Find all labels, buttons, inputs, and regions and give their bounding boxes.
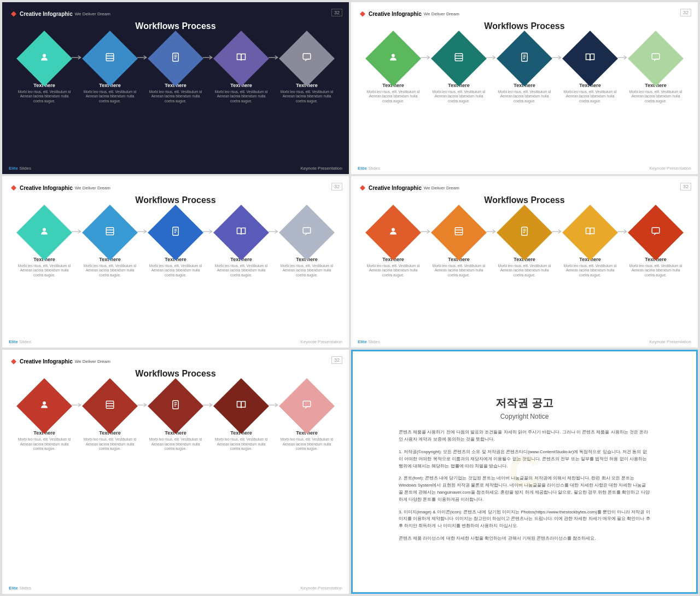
slide-footer-5: Elite Slides Keynote Presentation (9, 586, 342, 591)
item-desc-3-1: Morbi leo risus, elit. Vestibulum id Aen… (431, 264, 486, 277)
arrow-1-1 (421, 39, 431, 61)
diamond-wrapper-2-1 (90, 213, 130, 252)
workflow-item-1-3: Text hereMorbi leo risus, elit. Vestibul… (563, 39, 617, 103)
logo-icon-5 (11, 359, 16, 364)
diamond-icon-0-2 (171, 53, 180, 65)
arrow-4-1 (72, 386, 83, 408)
diamond-icon-1-2 (520, 53, 529, 65)
diamond-icon-2-4 (302, 226, 312, 239)
arrow-3-2 (486, 213, 497, 235)
copyright-paragraph: 1. 저작권(©copyright): 모든 콘텐츠의 소유 및 저작권은 콘텐… (399, 449, 650, 470)
item-desc-3-2: Morbi leo risus, elit. Vestibulum id Aen… (497, 264, 552, 277)
arrow-0-4 (269, 39, 279, 61)
svg-point-0 (43, 54, 46, 57)
svg-rect-19 (106, 227, 114, 235)
copyright-title: 저작권 공고 (495, 396, 553, 410)
workflow-item-1-4: Text hereMorbi leo risus, elit. Vestibul… (628, 39, 683, 103)
diamond-icon-3-2 (520, 226, 529, 239)
item-desc-2-3: Morbi leo risus, elit. Vestibulum id Aen… (214, 264, 269, 277)
brand-name-5: Creative Infographic (20, 358, 73, 364)
item-desc-4-2: Morbi leo risus, elit. Vestibulum id Aen… (148, 437, 203, 451)
diamond-icon-1-3 (585, 53, 595, 65)
workflow-2: Text hereMorbi leo risus, elit. Vestibul… (360, 39, 689, 103)
brand-sub-3: We Deliver Dream (75, 186, 110, 190)
slide-footer-3: Elite Slides Keynote Presentation (9, 339, 342, 344)
item-desc-1-4: Morbi leo risus, elit. Vestibulum id Aen… (628, 90, 683, 103)
slide-number-4: 32 (680, 183, 691, 190)
workflow-item-4-3: Text hereMorbi leo risus, elit. Vestibul… (214, 386, 269, 451)
item-desc-1-0: Morbi leo risus, elit. Vestibulum id Aen… (366, 90, 421, 103)
item-desc-0-4: Morbi leo risus, elit. Vestibulum id Aen… (279, 90, 334, 103)
slide-2: Creative Infographic We Deliver Dream 32… (351, 2, 698, 174)
workflow-item-0-0: Text hereMorbi leo risus, elit. Vestibul… (17, 39, 72, 103)
diamond-wrapper-3-0 (374, 213, 413, 252)
arrow-3-4 (617, 213, 628, 235)
item-desc-4-4: Morbi leo risus, elit. Vestibulum id Aen… (279, 437, 334, 451)
svg-point-27 (392, 228, 395, 231)
slide-4: Creative Infographic We Deliver Dream 32… (351, 176, 698, 348)
svg-rect-28 (455, 227, 463, 235)
slide-title-1: Workflows Process (11, 21, 340, 31)
workflow-item-1-2: Text hereMorbi leo risus, elit. Vestibul… (497, 39, 552, 103)
workflow-item-0-1: Text hereMorbi leo risus, elit. Vestibul… (83, 39, 137, 103)
item-desc-0-3: Morbi leo risus, elit. Vestibulum id Aen… (214, 90, 269, 103)
diamond-icon-3-1 (454, 226, 464, 239)
workflow-item-4-2: Text hereMorbi leo risus, elit. Vestibul… (148, 386, 203, 451)
diamond-wrapper-0-4 (287, 39, 326, 78)
item-desc-1-1: Morbi leo risus, elit. Vestibulum id Aen… (431, 90, 486, 103)
workflow-3: Text hereMorbi leo risus, elit. Vestibul… (11, 213, 340, 277)
item-desc-2-4: Morbi leo risus, elit. Vestibulum id Aen… (279, 264, 334, 277)
slide-title-3: Workflows Process (11, 195, 340, 205)
item-desc-4-3: Morbi leo risus, elit. Vestibulum id Aen… (214, 437, 269, 451)
item-desc-4-0: Morbi leo risus, elit. Vestibulum id Aen… (17, 437, 72, 451)
svg-rect-17 (652, 54, 660, 60)
diamond-wrapper-4-0 (25, 386, 64, 426)
brand-name-3: Creative Infographic (20, 185, 73, 191)
footer-right-4: Keynote Presentation (650, 339, 692, 344)
arrow-1-4 (617, 39, 628, 61)
slide-number-1: 32 (331, 9, 342, 16)
diamond-wrapper-3-2 (505, 213, 544, 252)
diamond-icon-4-4 (302, 400, 312, 413)
diamond-wrapper-3-4 (636, 213, 675, 252)
brand-sub-1: We Deliver Dream (75, 11, 110, 16)
svg-rect-35 (652, 227, 660, 233)
slide-3: Creative Infographic We Deliver Dream 32… (2, 176, 349, 348)
diamond-wrapper-1-0 (374, 39, 413, 78)
diamond-wrapper-1-3 (570, 39, 610, 78)
arrow-0-1 (72, 39, 83, 61)
footer-right-5: Keynote Presentation (301, 586, 343, 591)
arrow-1-3 (552, 39, 563, 61)
diamond-icon-3-3 (585, 226, 595, 239)
arrow-3-1 (421, 213, 431, 235)
item-desc-2-2: Morbi leo risus, elit. Vestibulum id Aen… (148, 264, 203, 277)
workflow-item-4-4: Text hereMorbi leo risus, elit. Vestibul… (279, 386, 334, 451)
slide-header-4: Creative Infographic We Deliver Dream (360, 185, 689, 191)
workflow-item-4-0: Text hereMorbi leo risus, elit. Vestibul… (17, 386, 72, 451)
arrow-0-3 (203, 39, 214, 61)
diamond-wrapper-2-4 (287, 213, 326, 252)
workflow-item-3-1: Text hereMorbi leo risus, elit. Vestibul… (431, 213, 486, 277)
slide-5: Creative Infographic We Deliver Dream 32… (2, 350, 349, 594)
slide-header-2: Creative Infographic We Deliver Dream (360, 11, 689, 17)
diamond-wrapper-2-0 (25, 213, 64, 252)
footer-right-2: Keynote Presentation (650, 166, 692, 171)
slide-number-3: 32 (331, 183, 342, 190)
brand-name-1: Creative Infographic (20, 11, 73, 17)
workflow-item-3-4: Text hereMorbi leo risus, elit. Vestibul… (628, 213, 683, 277)
brand-sub-4: We Deliver Dream (424, 186, 459, 190)
item-desc-0-2: Morbi leo risus, elit. Vestibulum id Aen… (148, 90, 203, 103)
slide-1: Creative Infographic We Deliver Dream 32… (2, 2, 349, 174)
diamond-wrapper-1-2 (505, 39, 544, 78)
workflow-5: Text hereMorbi leo risus, elit. Vestibul… (11, 386, 340, 451)
diamond-icon-4-1 (105, 400, 115, 413)
diamond-icon-0-3 (236, 53, 246, 65)
copyright-slide: C 저작권 공고 Copyright Notice 콘텐츠 제품을 사용하기 전… (351, 350, 698, 594)
diamond-wrapper-0-1 (90, 39, 130, 78)
diamond-icon-2-0 (39, 226, 49, 239)
slide-footer-1: Elite Slides Keynote Presentation (9, 166, 342, 171)
logo-icon-1 (11, 11, 16, 17)
arrow-3-3 (552, 213, 563, 235)
workflow-item-1-0: Text hereMorbi leo risus, elit. Vestibul… (366, 39, 421, 103)
footer-brand-3: Elite Slides (9, 339, 31, 344)
